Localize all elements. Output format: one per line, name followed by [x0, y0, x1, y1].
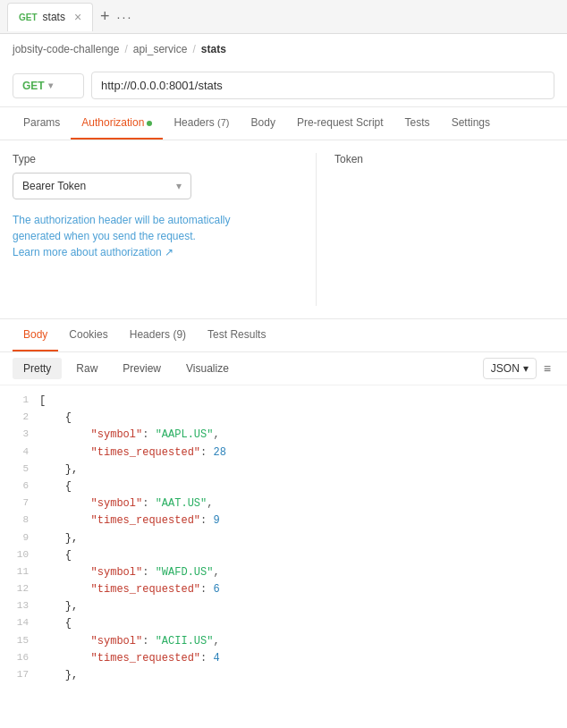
- visualize-button[interactable]: Visualize: [175, 358, 240, 379]
- breadcrumb: jobsity-code-challenge / api_service / s…: [0, 34, 567, 64]
- code-key: "times_requested": [91, 652, 200, 665]
- line-content: "times_requested": 9: [39, 512, 560, 529]
- code-viewer: 1[2 {3 "symbol": "AAPL.US",4 "times_requ…: [0, 385, 567, 691]
- line-number: 3: [7, 427, 39, 443]
- code-punctuation: ,: [207, 497, 213, 510]
- code-string: "WAFD.US": [156, 566, 214, 579]
- tab-params[interactable]: Params: [13, 107, 71, 140]
- breadcrumb-sep2: /: [192, 43, 195, 55]
- tab-pre-request-script[interactable]: Pre-request Script: [286, 107, 394, 140]
- resp-tab-body[interactable]: Body: [13, 319, 58, 351]
- preview-button[interactable]: Preview: [112, 358, 172, 379]
- auth-right-panel: Token: [317, 153, 554, 306]
- code-bracket: {: [39, 480, 72, 493]
- auth-left-panel: Type Bearer Token ▾ The authorization he…: [13, 153, 317, 306]
- tab-body[interactable]: Body: [241, 107, 286, 140]
- line-number: 2: [7, 410, 39, 426]
- code-indent: [39, 428, 91, 441]
- code-indent: [39, 446, 91, 459]
- auth-active-dot: [147, 121, 152, 126]
- url-input[interactable]: [91, 72, 554, 99]
- tab-headers[interactable]: Headers (7): [163, 107, 240, 140]
- new-tab-button[interactable]: +: [93, 7, 117, 26]
- method-label: GET: [22, 80, 45, 92]
- tab-authorization[interactable]: Authorization: [71, 107, 163, 140]
- code-line: 2 {: [0, 410, 567, 427]
- line-number: 14: [7, 615, 39, 631]
- code-number: 4: [213, 652, 219, 665]
- breadcrumb-part2: api_service: [133, 43, 188, 55]
- code-bracket: },: [39, 669, 78, 681]
- code-punctuation: :: [142, 497, 155, 510]
- line-number: 10: [7, 547, 39, 563]
- code-indent: [39, 514, 91, 527]
- method-select[interactable]: GET ▾: [13, 73, 84, 98]
- code-bracket: [: [39, 394, 46, 407]
- code-line: 11 "symbol": "WAFD.US",: [0, 564, 567, 581]
- auth-type-label: Type: [13, 153, 298, 165]
- line-content: "symbol": "WAFD.US",: [39, 564, 560, 581]
- tab-settings[interactable]: Settings: [441, 107, 501, 140]
- code-punctuation: :: [200, 583, 213, 596]
- line-number: 8: [7, 512, 39, 529]
- tab-bar: GET stats × + ···: [0, 0, 567, 34]
- resp-tab-test-results[interactable]: Test Results: [197, 319, 276, 351]
- code-punctuation: ,: [213, 566, 219, 579]
- code-punctuation: :: [200, 652, 213, 665]
- code-key: "times_requested": [91, 583, 200, 596]
- line-number: 5: [7, 461, 39, 478]
- code-line: 6 {: [0, 478, 567, 495]
- code-line: 7 "symbol": "AAT.US",: [0, 495, 567, 512]
- code-number: 9: [213, 514, 219, 527]
- line-content: [: [39, 393, 560, 410]
- raw-button[interactable]: Raw: [65, 358, 108, 379]
- line-number: 1: [7, 393, 39, 409]
- more-tabs-button[interactable]: ···: [117, 10, 133, 24]
- code-indent: [39, 652, 91, 665]
- line-content: },: [39, 530, 560, 547]
- code-line: 3 "symbol": "AAPL.US",: [0, 427, 567, 444]
- line-content: {: [39, 478, 560, 495]
- bearer-chevron-icon: ▾: [176, 180, 182, 192]
- line-content: {: [39, 615, 560, 632]
- code-bracket: },: [39, 532, 78, 545]
- response-tabs: Body Cookies Headers (9) Test Results: [0, 319, 567, 352]
- line-number: 9: [7, 530, 39, 546]
- line-number: 6: [7, 478, 39, 495]
- format-select[interactable]: JSON ▾: [483, 358, 537, 379]
- code-key: "times_requested": [91, 514, 200, 527]
- method-chevron-icon: ▾: [48, 80, 53, 90]
- line-number: 7: [7, 495, 39, 512]
- response-toolbar: Pretty Raw Preview Visualize JSON ▾ ≡: [0, 352, 567, 385]
- close-tab-icon[interactable]: ×: [74, 10, 81, 24]
- code-line: 1[: [0, 393, 567, 410]
- pretty-button[interactable]: Pretty: [13, 358, 62, 379]
- resp-tab-cookies[interactable]: Cookies: [58, 319, 118, 351]
- code-line: 17 },: [0, 667, 567, 684]
- code-line: 4 "times_requested": 28: [0, 444, 567, 461]
- line-content: },: [39, 461, 560, 478]
- code-punctuation: :: [200, 514, 213, 527]
- line-content: "symbol": "AAT.US",: [39, 495, 560, 512]
- resp-tab-headers[interactable]: Headers (9): [119, 319, 197, 351]
- code-indent: [39, 635, 91, 648]
- line-number: 11: [7, 564, 39, 580]
- code-line: 5 },: [0, 461, 567, 478]
- breadcrumb-sep1: /: [124, 43, 127, 55]
- line-number: 13: [7, 598, 39, 614]
- auth-learn-more-link[interactable]: Learn more about authorization ↗: [13, 244, 173, 260]
- tab-method: GET: [19, 13, 38, 22]
- token-label: Token: [334, 153, 554, 165]
- code-key: "times_requested": [91, 446, 200, 459]
- active-tab[interactable]: GET stats ×: [7, 3, 93, 31]
- wrap-button[interactable]: ≡: [540, 358, 554, 379]
- code-line: 16 "times_requested": 4: [0, 650, 567, 667]
- line-number: 16: [7, 650, 39, 666]
- tab-tests[interactable]: Tests: [394, 107, 441, 140]
- line-number: 12: [7, 581, 39, 597]
- code-line: 13 },: [0, 598, 567, 615]
- code-punctuation: :: [142, 566, 155, 579]
- bearer-token-select[interactable]: Bearer Token ▾: [13, 173, 191, 199]
- breadcrumb-current: stats: [201, 43, 226, 55]
- code-line: 10 {: [0, 547, 567, 564]
